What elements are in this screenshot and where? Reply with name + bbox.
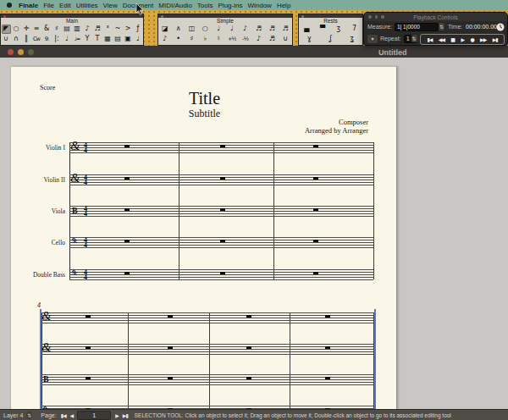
zoom-window-icon[interactable]	[28, 49, 34, 55]
thirty-second-rest[interactable]: ʆ	[326, 35, 335, 44]
tie-tool[interactable]: ∪	[2, 35, 11, 44]
go-to-beginning-button[interactable]: ▮◀	[427, 35, 432, 44]
whole-rest[interactable]: ▄	[302, 25, 312, 34]
selection-tool[interactable]: ◤	[2, 25, 11, 34]
key-signature-tool[interactable]: ♯	[52, 25, 62, 34]
speedy-entry-tool[interactable]: ♬	[93, 25, 102, 34]
quarter-rest[interactable]: ʒ	[334, 25, 343, 34]
grace-note[interactable]: ♪	[254, 35, 263, 44]
hand-grabber-tool[interactable]: ✛	[22, 25, 31, 34]
rewind-button[interactable]: ◀◀	[439, 35, 444, 44]
articulation-tool[interactable]: >	[124, 25, 133, 34]
half-note[interactable]: ♩	[214, 25, 224, 34]
menu-item-edit[interactable]: Edit	[59, 2, 71, 9]
eighth-note[interactable]: ♪	[240, 25, 250, 34]
previous-page-button[interactable]: ◀	[70, 412, 74, 418]
chord-tool[interactable]: Cw	[32, 35, 41, 44]
sixty-fourth-rest[interactable]: ʓ	[347, 35, 356, 44]
rests-palette-titlebar[interactable]	[299, 14, 362, 18]
menu-item-help[interactable]: Help	[277, 2, 290, 9]
menu-item-file[interactable]: File	[43, 2, 54, 9]
quarter-note[interactable]: ♩	[227, 25, 236, 34]
tie-button[interactable]: ∪	[281, 35, 290, 44]
clef-tool[interactable]: &	[42, 25, 52, 34]
text-tool[interactable]: T	[93, 35, 102, 44]
tuplet-tool[interactable]: ³	[103, 25, 113, 34]
chevron-down-icon[interactable]: ▾	[367, 35, 378, 43]
graphics-tool[interactable]: ▣	[124, 35, 133, 44]
tempo-tool[interactable]: ♩=	[73, 35, 82, 44]
sixty-fourth-note[interactable]: ♬	[281, 25, 290, 34]
slur-tool[interactable]: ∩	[12, 35, 21, 44]
special-tools-tool[interactable]: Y	[83, 35, 92, 44]
augmentation-dot[interactable]: •	[174, 35, 183, 44]
document-titlebar[interactable]: Untitled	[0, 46, 508, 58]
main-palette-titlebar[interactable]	[1, 14, 143, 18]
next-page-button[interactable]: ▶	[115, 412, 119, 418]
measure-field[interactable]: 1| 1|0000	[395, 23, 439, 31]
palette-close-icon[interactable]	[161, 15, 163, 18]
minimize-icon[interactable]	[375, 15, 378, 19]
eraser-tool[interactable]: ◪	[160, 25, 169, 34]
play-button[interactable]: ▶	[461, 35, 464, 44]
record-button[interactable]: ●	[470, 35, 473, 44]
zoom-window-icon[interactable]	[381, 15, 384, 19]
clock-icon[interactable]	[496, 23, 505, 31]
time-signature-tool[interactable]: ▤	[63, 25, 72, 34]
expression-tool[interactable]: ƒ	[134, 25, 143, 34]
menu-item-finale[interactable]: Finale	[19, 2, 38, 9]
mirror-tool[interactable]: ♩	[134, 35, 143, 44]
double-whole-note[interactable]: ◫	[187, 25, 196, 34]
staff-tool[interactable]: ≡	[32, 25, 41, 34]
caret-tool[interactable]: ∧	[174, 25, 183, 34]
natural-button[interactable]: ♮	[214, 35, 224, 44]
flat-button[interactable]: ♭	[201, 35, 210, 44]
smart-shape-tool[interactable]: ~	[113, 25, 123, 34]
note-button[interactable]: ♪	[160, 35, 169, 44]
sixteenth-rest[interactable]: ɣ	[305, 35, 314, 44]
menu-item-utilities[interactable]: Utilities	[76, 2, 98, 9]
go-to-end-button[interactable]: ▶▮	[493, 35, 498, 44]
fast-forward-button[interactable]: ▶▶	[480, 35, 486, 44]
half-step-up[interactable]: +½	[227, 35, 236, 44]
stop-button[interactable]: ■	[450, 35, 455, 44]
layer-indicator[interactable]: Layer 4	[3, 412, 23, 418]
half-rest[interactable]: ▀	[318, 25, 328, 34]
menu-item-view[interactable]: View	[103, 2, 118, 9]
thirty-second-note[interactable]: ♬	[268, 25, 277, 34]
repeat-tool[interactable]: ‖	[22, 35, 31, 44]
measure-tool[interactable]: ▥	[73, 25, 82, 34]
sixteenth-note[interactable]: ♬	[254, 25, 263, 34]
half-step-down[interactable]: -½	[240, 35, 250, 44]
playback-controls-titlebar[interactable]: Playback Controls	[364, 13, 507, 21]
measure-stepper[interactable]: ⇅	[439, 23, 444, 30]
palette-close-icon[interactable]	[3, 15, 6, 18]
zoom-tool[interactable]: ○	[12, 25, 21, 34]
ottava-tool[interactable]: 9:	[42, 35, 52, 44]
staff-sets-tool[interactable]: ▤	[113, 35, 123, 44]
simple-palette-titlebar[interactable]	[158, 14, 292, 18]
simple-entry-tool[interactable]: ♪	[83, 25, 92, 34]
note-mover-tool[interactable]: ♩	[63, 35, 72, 44]
minimize-icon[interactable]	[18, 49, 24, 55]
repeat-stepper[interactable]: ⇅	[411, 35, 417, 42]
score-page[interactable]: Score Title Subtitle Composer Arranged b…	[10, 66, 397, 420]
first-page-button[interactable]: ▮◀	[61, 412, 66, 418]
menu-item-midi-audio[interactable]: MIDI/Audio	[158, 2, 192, 9]
apple-menu-icon[interactable]	[7, 3, 12, 8]
beamed-grace-note[interactable]: ♬	[268, 35, 277, 44]
whole-note[interactable]: ○	[201, 25, 210, 34]
barline-tool[interactable]: |:	[52, 35, 62, 44]
menu-item-tools[interactable]: Tools	[197, 2, 213, 9]
page-layout-tool[interactable]: ▦	[103, 35, 113, 44]
menu-item-window[interactable]: Window	[247, 2, 271, 9]
close-icon[interactable]	[8, 49, 14, 55]
sharp-button[interactable]: ♯	[187, 35, 196, 44]
last-page-button[interactable]: ▶▮	[123, 412, 128, 418]
page-number-field[interactable]: 1	[77, 411, 111, 420]
layer-stepper[interactable]: ⇅	[26, 412, 32, 419]
eighth-rest[interactable]: 7	[350, 25, 359, 34]
palette-close-icon[interactable]	[301, 15, 304, 18]
close-icon[interactable]	[368, 15, 372, 19]
menu-item-plug-ins[interactable]: Plug-ins	[218, 2, 243, 9]
